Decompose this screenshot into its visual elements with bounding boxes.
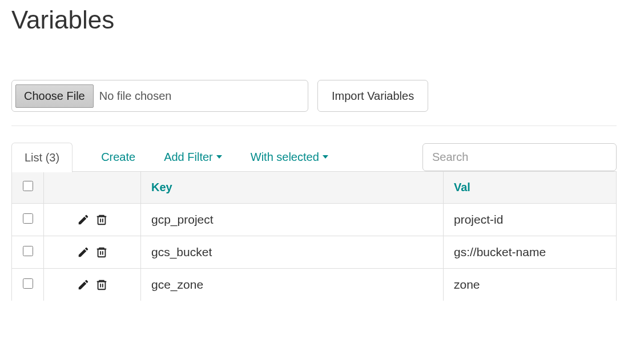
divider — [11, 126, 617, 126]
file-input-wrapper: Choose File No file chosen — [11, 80, 308, 112]
with-selected-dropdown[interactable]: With selected — [251, 151, 328, 164]
import-variables-button[interactable]: Import Variables — [317, 80, 428, 112]
table-header-row: Key Val — [12, 172, 617, 204]
edit-icon[interactable] — [77, 278, 90, 291]
trash-icon[interactable] — [95, 246, 108, 258]
svg-rect-6 — [98, 282, 105, 290]
row-checkbox[interactable] — [23, 246, 33, 256]
caret-down-icon — [216, 155, 222, 159]
trash-icon[interactable] — [95, 213, 108, 226]
tab-list[interactable]: List (3) — [11, 143, 73, 172]
cell-val: project-id — [444, 204, 617, 236]
with-selected-label: With selected — [251, 151, 319, 164]
caret-down-icon — [323, 155, 328, 159]
cell-key: gce_zone — [141, 269, 444, 301]
row-actions — [54, 213, 130, 226]
toolbar: List (3) Create Add Filter With selected — [11, 142, 617, 172]
search-input[interactable] — [422, 143, 617, 171]
cell-key: gcp_project — [141, 204, 444, 236]
choose-file-button[interactable]: Choose File — [15, 84, 94, 108]
file-upload-row: Choose File No file chosen Import Variab… — [11, 80, 617, 112]
file-status-text: No file chosen — [99, 90, 172, 103]
cell-key: gcs_bucket — [141, 236, 444, 269]
row-checkbox[interactable] — [23, 278, 33, 289]
row-checkbox[interactable] — [23, 213, 33, 224]
table-row: gcp_project project-id — [12, 204, 617, 236]
variables-table: Key Val gcp_project project-id — [11, 171, 617, 301]
edit-icon[interactable] — [77, 213, 90, 226]
table-row: gce_zone zone — [12, 269, 617, 301]
page-title: Variables — [11, 6, 617, 34]
header-actions-cell — [44, 172, 141, 204]
cell-val: zone — [444, 269, 617, 301]
header-key[interactable]: Key — [141, 172, 444, 204]
header-val[interactable]: Val — [444, 172, 617, 204]
row-actions — [54, 278, 130, 291]
trash-icon[interactable] — [95, 278, 108, 291]
add-filter-dropdown[interactable]: Add Filter — [164, 151, 222, 164]
row-actions — [54, 246, 130, 258]
cell-val: gs://bucket-name — [444, 236, 617, 269]
add-filter-label: Add Filter — [164, 151, 213, 164]
select-all-checkbox[interactable] — [23, 181, 33, 191]
svg-rect-3 — [98, 249, 105, 257]
table-row: gcs_bucket gs://bucket-name — [12, 236, 617, 269]
svg-rect-0 — [98, 217, 105, 225]
header-checkbox-cell — [12, 172, 44, 204]
edit-icon[interactable] — [77, 246, 90, 258]
create-link[interactable]: Create — [101, 151, 135, 164]
search-wrapper — [422, 143, 617, 171]
